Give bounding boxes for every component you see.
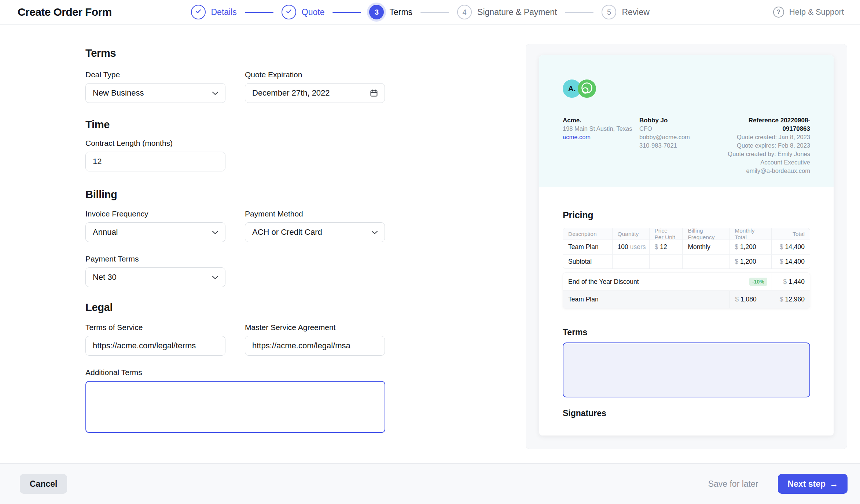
payment-terms-select[interactable]: Net 30 [85, 267, 225, 287]
chevron-down-icon [212, 230, 218, 234]
discount-badge: -10% [749, 278, 767, 286]
step-details[interactable]: Details [191, 5, 237, 19]
invoice-frequency-label: Invoice Frequency [85, 210, 225, 218]
company-name: Acme. [563, 116, 639, 125]
contact-name: Bobby Jo [639, 116, 727, 125]
payment-terms-value: Net 30 [93, 273, 117, 282]
next-step-label: Next step [787, 479, 826, 489]
step-signature-circle: 4 [457, 5, 472, 19]
column-monthly-total: Monthly Total [729, 228, 771, 240]
step-terms[interactable]: 3 Terms [369, 5, 412, 19]
terms-of-service-input[interactable]: https://acme.com/legal/terms [85, 336, 225, 356]
quote-expires: Quote expires: Feb 8, 2023 [727, 141, 810, 150]
contact-info: Bobby Jo CFO bobby@acme.com 310-983-7021 [639, 116, 727, 175]
additional-terms-label: Additional Terms [85, 368, 385, 377]
contact-title: CFO [639, 125, 727, 133]
section-heading-time: Time [85, 118, 385, 131]
column-quantity: Quantity [613, 228, 650, 240]
additional-terms-textarea[interactable] [85, 381, 385, 433]
step-terms-circle: 3 [369, 5, 384, 19]
quote-expiration-value: December 27th, 2022 [252, 88, 330, 98]
deal-type-field: Deal Type New Business [85, 70, 225, 103]
table-row-subtotal: Subtotal $1,200 $14,400 [563, 254, 810, 268]
currency-symbol: $ [780, 243, 783, 251]
help-support-button[interactable]: ? Help & Support [773, 7, 844, 18]
company-website-link[interactable]: acme.com [563, 133, 639, 141]
currency-symbol: $ [735, 243, 738, 251]
quote-expiration-label: Quote Expiration [245, 70, 385, 79]
quote-reference: Reference 20220908-09170863 [727, 116, 810, 133]
order-form: Terms Deal Type New Business Quote Expir… [85, 47, 385, 433]
line-item-quantity: 100 [618, 243, 628, 251]
discount-amount: 1,440 [789, 278, 805, 286]
top-bar: Create Order Form Details Quote 3 Terms [0, 0, 860, 25]
step-review-label: Review [622, 7, 649, 17]
contract-length-label: Contract Length (months) [85, 139, 225, 148]
terms-of-service-field: Terms of Service https://acme.com/legal/… [85, 323, 225, 356]
next-step-button[interactable]: Next step → [778, 474, 848, 494]
payment-terms-label: Payment Terms [85, 255, 225, 263]
company-info: Acme. 198 Main St Austin, Texas acme.com [563, 116, 639, 175]
footer-bar: Cancel Save for later Next step → [0, 463, 860, 504]
currency-symbol: $ [780, 296, 783, 303]
payment-method-field: Payment Method ACH or Credit Card [245, 210, 385, 242]
contact-phone: 310-983-7021 [639, 141, 727, 150]
quote-hero: A. Acme. 198 Main St Austin, Texas acme.… [539, 55, 834, 187]
company-address: 198 Main St Austin, Texas [563, 125, 639, 133]
step-quote-circle [282, 5, 296, 19]
footer-actions: Save for later Next step → [708, 474, 848, 494]
deal-type-select[interactable]: New Business [85, 83, 225, 103]
subtotal-total: 14,400 [785, 258, 805, 266]
quote-header-info: Acme. 198 Main St Austin, Texas acme.com… [563, 116, 810, 175]
stepper: Details Quote 3 Terms 4 Signature & Paym… [112, 5, 729, 19]
payment-method-value: ACH or Credit Card [252, 227, 322, 237]
quote-preview-panel: A. Acme. 198 Main St Austin, Texas acme.… [526, 44, 847, 449]
column-price-per-unit: Price Per Unit [650, 228, 683, 240]
quote-body: Pricing Description Quantity Price Per U… [539, 210, 834, 418]
table-row-discount: End of the Year Discount -10% $1,440 [563, 273, 810, 290]
payment-terms-field: Payment Terms Net 30 [85, 255, 225, 287]
step-quote[interactable]: Quote [282, 5, 325, 19]
column-billing-frequency: Billing Frequency [683, 228, 729, 240]
creator-email: emily@a-bordeaux.com [727, 167, 810, 175]
section-heading-legal: Legal [85, 301, 385, 314]
master-service-agreement-field: Master Service Agreement https://acme.co… [245, 323, 385, 356]
step-review-circle: 5 [602, 5, 616, 19]
subtotal-monthly: 1,200 [740, 258, 756, 266]
quote-created: Quote created: Jan 8, 2023 [727, 133, 810, 141]
cancel-button[interactable]: Cancel [20, 474, 67, 494]
deal-type-value: New Business [93, 88, 144, 98]
step-connector [245, 12, 273, 13]
quote-expiration-input[interactable]: December 27th, 2022 [245, 83, 385, 103]
save-for-later-button[interactable]: Save for later [708, 479, 758, 489]
pricing-table-header: Description Quantity Price Per Unit Bill… [563, 228, 810, 240]
section-heading-billing: Billing [85, 188, 385, 201]
step-details-circle [191, 5, 206, 19]
currency-symbol: $ [735, 258, 738, 266]
payment-method-select[interactable]: ACH or Credit Card [245, 222, 385, 242]
chevron-down-icon [212, 91, 218, 95]
page-title: Create Order Form [18, 6, 112, 18]
quote-preview-card: A. Acme. 198 Main St Austin, Texas acme.… [539, 55, 834, 436]
pricing-heading: Pricing [563, 210, 810, 220]
currency-symbol: $ [783, 278, 787, 286]
master-service-agreement-label: Master Service Agreement [245, 323, 385, 332]
step-signature-payment[interactable]: 4 Signature & Payment [457, 5, 557, 19]
discounted-item-monthly: 1,080 [740, 296, 757, 303]
contact-email: bobby@acme.com [639, 133, 727, 141]
contract-length-input[interactable]: 12 [85, 152, 225, 171]
step-review[interactable]: 5 Review [602, 5, 649, 19]
step-connector [420, 12, 449, 13]
line-item-total: 14,400 [785, 243, 805, 251]
column-description: Description [563, 228, 613, 240]
check-icon [286, 8, 292, 16]
invoice-frequency-select[interactable]: Annual [85, 222, 225, 242]
check-icon [195, 8, 202, 16]
line-item-frequency: Monthly [688, 243, 710, 251]
column-total: Total [772, 228, 810, 240]
line-item-monthly-total: 1,200 [740, 243, 756, 251]
master-service-agreement-input[interactable]: https://acme.com/legal/msa [245, 336, 385, 356]
creator-role: Account Executive [727, 158, 810, 167]
step-signature-label: Signature & Payment [477, 7, 557, 17]
invoice-frequency-value: Annual [93, 227, 118, 237]
